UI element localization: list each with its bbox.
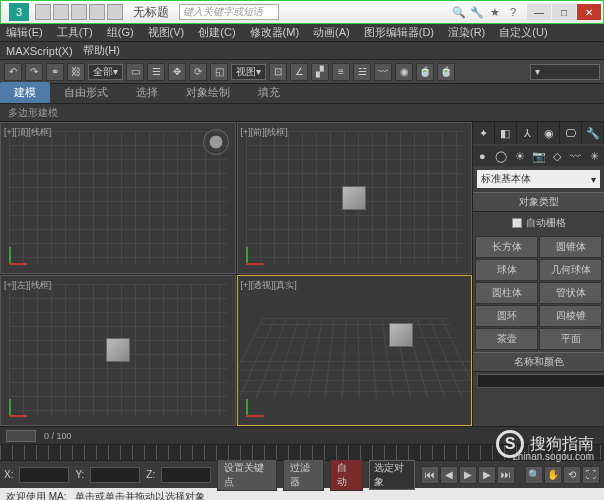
create-tab-icon[interactable]: ✦ bbox=[473, 122, 495, 144]
object-name-input[interactable] bbox=[477, 374, 604, 388]
refcoord-dropdown[interactable]: 视图 ▾ bbox=[231, 64, 266, 80]
rollout-name-color[interactable]: 名称和颜色 bbox=[473, 352, 604, 372]
viewport-label[interactable]: [+][左][线框] bbox=[4, 279, 51, 292]
coord-x-input[interactable] bbox=[19, 467, 69, 483]
menu-create[interactable]: 创建(C) bbox=[198, 25, 235, 40]
primitive-torus[interactable]: 圆环 bbox=[475, 305, 538, 327]
menu-group[interactable]: 组(G) bbox=[107, 25, 134, 40]
redo-icon[interactable]: ↷ bbox=[25, 63, 43, 81]
render-setup-icon[interactable]: 🍵 bbox=[416, 63, 434, 81]
autogrid-checkbox[interactable] bbox=[512, 218, 522, 228]
display-tab-icon[interactable]: 🖵 bbox=[560, 122, 582, 144]
tab-selection[interactable]: 选择 bbox=[122, 82, 172, 103]
move-icon[interactable]: ✥ bbox=[168, 63, 186, 81]
viewport-label[interactable]: [+][顶][线框] bbox=[4, 126, 51, 139]
primitive-plane[interactable]: 平面 bbox=[539, 328, 602, 350]
selection-filter-dropdown[interactable]: 全部 ▾ bbox=[88, 64, 123, 80]
filters-button[interactable]: 过滤器 bbox=[283, 459, 324, 491]
helpers-subtab-icon[interactable]: ◇ bbox=[548, 146, 567, 166]
geometry-subtab-icon[interactable]: ● bbox=[473, 146, 492, 166]
shapes-subtab-icon[interactable]: ◯ bbox=[492, 146, 511, 166]
modify-tab-icon[interactable]: ◧ bbox=[495, 122, 517, 144]
viewport-left[interactable]: [+][左][线框] bbox=[0, 275, 236, 427]
qat-new-icon[interactable] bbox=[35, 4, 51, 20]
link-icon[interactable]: ⚭ bbox=[46, 63, 64, 81]
play-icon[interactable]: ▶ bbox=[459, 466, 477, 484]
tab-objectpaint[interactable]: 对象绘制 bbox=[172, 82, 244, 103]
minimize-button[interactable]: — bbox=[527, 4, 551, 20]
help-icon[interactable]: ? bbox=[505, 4, 521, 20]
keymode-dropdown[interactable]: 选定对象 bbox=[369, 460, 416, 490]
viewcube-icon[interactable] bbox=[203, 129, 229, 155]
object-cube[interactable] bbox=[342, 186, 366, 210]
menu-maxscript[interactable]: MAXScript(X) bbox=[6, 45, 73, 57]
time-slider[interactable]: 0 / 100 bbox=[0, 426, 604, 444]
viewport-layout-icon[interactable] bbox=[6, 430, 36, 442]
menu-views[interactable]: 视图(V) bbox=[148, 25, 185, 40]
menu-modifiers[interactable]: 修改器(M) bbox=[250, 25, 300, 40]
qat-save-icon[interactable] bbox=[71, 4, 87, 20]
menu-rendering[interactable]: 渲染(R) bbox=[448, 25, 485, 40]
setkey-button[interactable]: 设置关键点 bbox=[217, 459, 277, 491]
menu-animation[interactable]: 动画(A) bbox=[313, 25, 350, 40]
autokey-button[interactable]: 自动 bbox=[330, 459, 362, 491]
next-frame-icon[interactable]: ▶ bbox=[478, 466, 496, 484]
cameras-subtab-icon[interactable]: 📷 bbox=[529, 146, 548, 166]
zoom-icon[interactable]: 🔍 bbox=[525, 466, 543, 484]
orbit-icon[interactable]: ⟲ bbox=[563, 466, 581, 484]
tab-populate[interactable]: 填充 bbox=[244, 82, 294, 103]
search-input[interactable]: 键入关键字或短语 bbox=[179, 4, 279, 20]
angle-snap-icon[interactable]: ∠ bbox=[290, 63, 308, 81]
viewport-label[interactable]: [+][前][线框] bbox=[241, 126, 288, 139]
viewport-top[interactable]: [+][顶][线框] bbox=[0, 122, 236, 274]
menu-edit[interactable]: 编辑(E) bbox=[6, 25, 43, 40]
select-icon[interactable]: ▭ bbox=[126, 63, 144, 81]
hierarchy-tab-icon[interactable]: ⅄ bbox=[517, 122, 539, 144]
primitive-cone[interactable]: 圆锥体 bbox=[539, 236, 602, 258]
viewport-front[interactable]: [+][前][线框] bbox=[237, 122, 473, 274]
spacewarps-subtab-icon[interactable]: 〰 bbox=[567, 146, 586, 166]
unlink-icon[interactable]: ⛓ bbox=[67, 63, 85, 81]
menu-customize[interactable]: 自定义(U) bbox=[499, 25, 547, 40]
primitive-box[interactable]: 长方体 bbox=[475, 236, 538, 258]
pan-icon[interactable]: ✋ bbox=[544, 466, 562, 484]
rollout-object-type[interactable]: 对象类型 bbox=[473, 192, 604, 212]
motion-tab-icon[interactable]: ◉ bbox=[538, 122, 560, 144]
systems-subtab-icon[interactable]: ✳ bbox=[585, 146, 604, 166]
lights-subtab-icon[interactable]: ☀ bbox=[510, 146, 529, 166]
primitive-teapot[interactable]: 茶壶 bbox=[475, 328, 538, 350]
goto-end-icon[interactable]: ⏭ bbox=[497, 466, 515, 484]
qat-open-icon[interactable] bbox=[53, 4, 69, 20]
undo-icon[interactable]: ↶ bbox=[4, 63, 22, 81]
primitive-pyramid[interactable]: 四棱锥 bbox=[539, 305, 602, 327]
select-name-icon[interactable]: ☰ bbox=[147, 63, 165, 81]
category-dropdown[interactable]: 标准基本体▾ bbox=[477, 170, 600, 188]
render-preset-dropdown[interactable]: ▾ bbox=[530, 64, 600, 80]
menu-grapheditors[interactable]: 图形编辑器(D) bbox=[364, 25, 434, 40]
tab-modeling[interactable]: 建模 bbox=[0, 82, 50, 103]
tab-freeform[interactable]: 自由形式 bbox=[50, 82, 122, 103]
viewport-perspective[interactable]: [+][透视][真实] bbox=[237, 275, 473, 427]
utilities-tab-icon[interactable]: 🔧 bbox=[582, 122, 604, 144]
qat-undo-icon[interactable] bbox=[89, 4, 105, 20]
viewport-label[interactable]: [+][透视][真实] bbox=[241, 279, 297, 292]
track-bar[interactable] bbox=[0, 444, 604, 460]
goto-start-icon[interactable]: ⏮ bbox=[421, 466, 439, 484]
mirror-icon[interactable]: ▞ bbox=[311, 63, 329, 81]
menu-tools[interactable]: 工具(T) bbox=[57, 25, 93, 40]
primitive-sphere[interactable]: 球体 bbox=[475, 259, 538, 281]
coord-z-input[interactable] bbox=[161, 467, 211, 483]
close-button[interactable]: ✕ bbox=[577, 4, 601, 20]
primitive-geosphere[interactable]: 几何球体 bbox=[539, 259, 602, 281]
rotate-icon[interactable]: ⟳ bbox=[189, 63, 207, 81]
object-cube[interactable] bbox=[106, 338, 130, 362]
object-cube[interactable] bbox=[389, 323, 413, 347]
key-icon[interactable]: 🔧 bbox=[469, 4, 485, 20]
scale-icon[interactable]: ◱ bbox=[210, 63, 228, 81]
maximize-viewport-icon[interactable]: ⛶ bbox=[582, 466, 600, 484]
align-icon[interactable]: ≡ bbox=[332, 63, 350, 81]
menu-help[interactable]: 帮助(H) bbox=[83, 43, 120, 58]
qat-redo-icon[interactable] bbox=[107, 4, 123, 20]
primitive-cylinder[interactable]: 圆柱体 bbox=[475, 282, 538, 304]
snap-icon[interactable]: ⊡ bbox=[269, 63, 287, 81]
